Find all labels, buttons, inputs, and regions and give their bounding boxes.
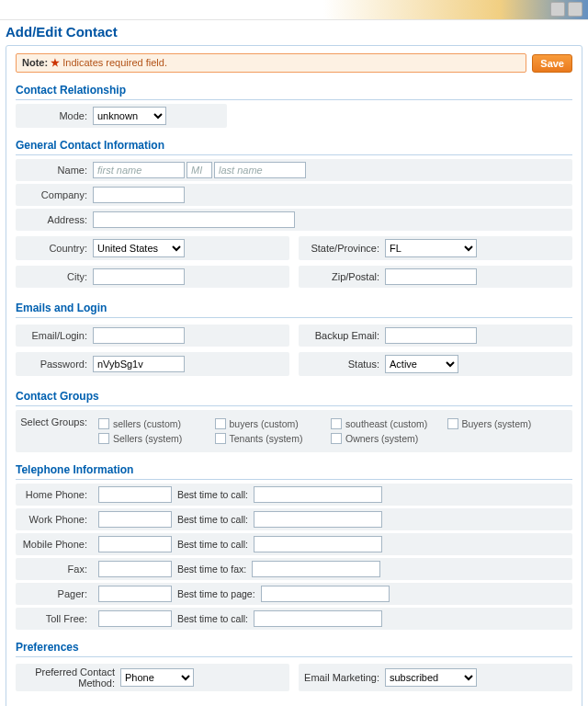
email-marketing-select[interactable]: subscribed xyxy=(385,668,477,687)
checkbox-icon xyxy=(331,418,342,429)
home-best-time-input[interactable] xyxy=(254,486,382,503)
main-panel: Note: ★ Indicates required field. Save C… xyxy=(6,45,582,706)
group-sellers-system[interactable]: Sellers (system) xyxy=(98,431,215,446)
section-general: General Contact Information xyxy=(16,137,572,155)
label-pref-method: Preferred Contact Method: xyxy=(19,666,120,689)
work-phone-input[interactable] xyxy=(98,511,172,528)
group-southeast-custom[interactable]: southeast (custom) xyxy=(331,416,447,431)
company-input[interactable] xyxy=(93,187,185,203)
tool-button-1[interactable] xyxy=(550,2,565,17)
label-best-page: Best time to page: xyxy=(177,588,255,599)
first-name-input[interactable] xyxy=(93,162,185,178)
mi-input[interactable] xyxy=(187,162,212,178)
label-address: Address: xyxy=(19,214,93,225)
mode-select[interactable]: unknown xyxy=(93,107,166,125)
label-company: Company: xyxy=(19,189,93,200)
label-mobile-phone: Mobile Phone: xyxy=(19,539,93,550)
group-owners-system[interactable]: Owners (system) xyxy=(331,431,447,446)
section-groups: Contact Groups xyxy=(16,388,572,406)
zip-input[interactable] xyxy=(385,268,477,285)
group-tenants-system[interactable]: Tenants (system) xyxy=(215,431,332,446)
label-home-phone: Home Phone: xyxy=(19,489,93,500)
label-best-call-toll: Best time to call: xyxy=(177,613,248,624)
top-accent-bar xyxy=(0,0,588,20)
section-preferences: Preferences xyxy=(16,639,572,657)
label-backup-email: Backup Email: xyxy=(302,330,385,341)
password-input[interactable] xyxy=(93,356,185,372)
checkbox-icon xyxy=(215,433,226,444)
toll-free-best-time-input[interactable] xyxy=(254,610,382,627)
section-relationship: Contact Relationship xyxy=(16,82,572,100)
label-best-call-mobile: Best time to call: xyxy=(177,539,248,550)
label-best-fax: Best time to fax: xyxy=(177,564,246,575)
label-state: State/Province: xyxy=(302,243,385,254)
pager-best-time-input[interactable] xyxy=(261,586,390,602)
pref-method-select[interactable]: Phone xyxy=(120,668,194,687)
group-sellers-custom[interactable]: sellers (custom) xyxy=(98,416,215,431)
group-buyers-system[interactable]: Buyers (system) xyxy=(447,416,564,431)
email-login-input[interactable] xyxy=(93,327,185,344)
home-phone-input[interactable] xyxy=(98,486,172,503)
label-zip: Zip/Postal: xyxy=(302,271,385,282)
note-prefix: Note: xyxy=(22,57,48,68)
checkbox-icon xyxy=(98,433,109,444)
label-email-login: Email/Login: xyxy=(19,330,93,341)
label-city: City: xyxy=(19,271,93,282)
mobile-phone-input[interactable] xyxy=(98,536,172,552)
note-text: Indicates required field. xyxy=(62,57,167,68)
label-status: Status: xyxy=(302,359,385,370)
work-best-time-input[interactable] xyxy=(254,511,382,528)
label-best-call-work: Best time to call: xyxy=(177,514,248,525)
checkbox-icon xyxy=(331,433,342,444)
address-input[interactable] xyxy=(93,211,295,228)
label-fax: Fax: xyxy=(19,564,93,575)
label-best-call-home: Best time to call: xyxy=(177,489,248,500)
label-pager: Pager: xyxy=(19,588,93,599)
label-mode: Mode: xyxy=(19,110,93,121)
last-name-input[interactable] xyxy=(214,162,306,178)
star-icon: ★ xyxy=(51,57,60,68)
label-work-phone: Work Phone: xyxy=(19,514,93,525)
label-select-groups: Select Groups: xyxy=(19,413,93,427)
group-buyers-custom[interactable]: buyers (custom) xyxy=(215,416,332,431)
checkbox-icon xyxy=(98,418,109,429)
label-password: Password: xyxy=(19,359,93,370)
status-select[interactable]: Active xyxy=(385,355,458,373)
city-input[interactable] xyxy=(93,268,185,285)
fax-best-time-input[interactable] xyxy=(252,561,380,577)
fax-input[interactable] xyxy=(98,561,172,577)
section-telephone: Telephone Information xyxy=(16,461,572,480)
label-toll-free: Toll Free: xyxy=(19,613,93,624)
state-select[interactable]: FL xyxy=(385,239,477,257)
checkbox-icon xyxy=(447,418,458,429)
mobile-best-time-input[interactable] xyxy=(254,536,382,552)
backup-email-input[interactable] xyxy=(385,327,477,344)
country-select[interactable]: United States xyxy=(93,239,185,257)
tool-button-2[interactable] xyxy=(568,2,582,17)
label-email-marketing: Email Marketing: xyxy=(302,672,385,683)
page-title: Add/Edit Contact xyxy=(6,24,588,40)
toll-free-input[interactable] xyxy=(98,610,172,627)
required-note: Note: ★ Indicates required field. xyxy=(16,53,526,73)
checkbox-icon xyxy=(215,418,226,429)
section-emails: Emails and Login xyxy=(16,300,572,318)
label-name: Name: xyxy=(19,165,93,176)
pager-input[interactable] xyxy=(98,586,172,602)
save-button-top[interactable]: Save xyxy=(532,54,572,73)
label-country: Country: xyxy=(19,243,93,254)
